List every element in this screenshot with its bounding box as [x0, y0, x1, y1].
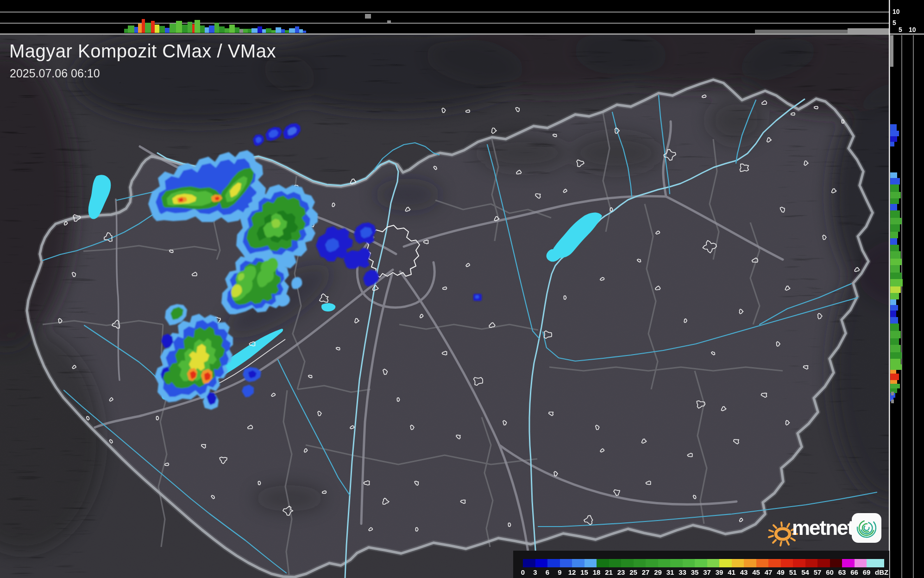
right-echo-cell [890, 279, 903, 286]
top-echo-cell [176, 21, 182, 33]
top-echo-cell [142, 19, 145, 33]
legend-color-segment [768, 559, 781, 567]
legend-tick-label: 45 [752, 568, 760, 576]
map-area [0, 14, 924, 578]
right-echo-cell [890, 218, 902, 224]
dbz-legend: 0369121518212325272931333537394143454749… [513, 551, 889, 578]
right-echo-cell [890, 273, 902, 279]
right-echo-cell [891, 400, 894, 403]
right-axis-tick-5: 5 [899, 26, 902, 33]
right-echo-cell [890, 352, 902, 359]
metnet-wordmark: metnet [792, 516, 853, 540]
legend-tick-label: 60 [826, 568, 834, 576]
top-echo-cell [266, 28, 271, 33]
right-axis-tick-10: 10 [909, 26, 916, 33]
right-echo-cell [890, 224, 900, 232]
right-echo-cell [890, 338, 899, 345]
legend-color-segment [707, 559, 720, 567]
right-strip-divider [889, 0, 890, 578]
legend-color-segment [867, 559, 884, 567]
top-echo-cell [128, 25, 134, 33]
top-echo-cell [289, 28, 295, 33]
top-echo-cell [258, 26, 262, 33]
legend-color-segment [535, 559, 548, 567]
legend-tick-label: 6 [546, 568, 549, 576]
legend-tick-label: 39 [716, 568, 723, 576]
top-profile-strip [0, 0, 924, 35]
legend-tick-label: 41 [728, 568, 735, 576]
legend-color-segment [547, 559, 560, 567]
top-echo-cell [365, 14, 371, 19]
legend-tick-label: 12 [568, 568, 576, 576]
legend-tick-label: 69 [863, 568, 871, 576]
legend-color-segment [609, 559, 622, 567]
right-echo-cell [890, 178, 900, 184]
legend-tick-label: 23 [617, 568, 625, 576]
top-echo-cell [299, 29, 303, 33]
right-echo-cell [891, 392, 894, 395]
right-echo-cell [890, 380, 897, 384]
top-axis-tick-10: 10 [893, 8, 900, 15]
right-echo-cell [890, 210, 900, 218]
top-echo-cell [200, 25, 205, 33]
legend-color-segment [646, 559, 658, 567]
radar-map [0, 0, 924, 578]
top-echo-cell [262, 29, 266, 33]
right-echo-cell [890, 198, 899, 204]
legend-color-segment [560, 559, 572, 567]
top-echo-cell [159, 26, 165, 33]
legend-tick-label: 25 [629, 568, 637, 576]
page-title: Magyar Kompozit CMax / VMax [9, 41, 276, 62]
right-echo-cell [890, 259, 902, 265]
top-echo-cell [134, 27, 138, 33]
legend-color-segment [670, 559, 683, 567]
right-echo-cell [890, 364, 902, 370]
legend-tick-label: 47 [765, 568, 773, 576]
legend-tick-label: 18 [593, 568, 601, 576]
right-profile-strip [890, 35, 924, 578]
top-echo-cell [271, 30, 276, 33]
legend-tick-label: 54 [801, 568, 809, 576]
legend-color-segment [523, 559, 535, 567]
right-echo-cell [890, 345, 901, 352]
legend-color-segment [830, 559, 842, 567]
legend-color-segment [634, 559, 646, 567]
right-terrain-profile [890, 35, 893, 67]
legend-color-bar [513, 559, 889, 567]
legend-tick-label: 43 [740, 568, 748, 576]
legend-color-segment [855, 559, 867, 567]
top-echo-cell [219, 26, 225, 33]
top-echo-cell [155, 25, 159, 33]
terrain-noise [0, 35, 924, 578]
legend-color-segment [695, 559, 707, 567]
top-terrain-profile [755, 30, 848, 33]
top-terrain-profile-high [848, 28, 889, 33]
legend-unit-label: dBZ [875, 568, 888, 576]
legend-color-segment [597, 559, 609, 567]
right-echo-cell [890, 172, 897, 178]
right-echo-cell [890, 136, 897, 142]
top-echo-cell [182, 25, 188, 33]
right-echo-cell [890, 286, 901, 293]
top-echo-cell [239, 29, 243, 33]
top-echo-cell [303, 31, 306, 33]
top-echo-cell [151, 21, 155, 33]
legend-color-segment [817, 559, 830, 567]
top-echo-cell [225, 28, 229, 33]
right-echo-cell [890, 204, 897, 210]
top-echo-cell [192, 24, 195, 33]
radar-composite-screen: Magyar Kompozit CMax / VMax 2025.07.06 0… [0, 0, 924, 578]
legend-tick-label: 31 [666, 568, 674, 576]
right-echo-cell [890, 192, 901, 198]
right-echo-cell [890, 142, 894, 146]
legend-color-segment [793, 559, 805, 567]
metnet-logo: metnet [758, 507, 887, 550]
legend-color-segment [732, 559, 744, 567]
right-echo-cell [890, 232, 898, 238]
map-top-separator [0, 33, 924, 35]
legend-tick-label: 57 [814, 568, 822, 576]
top-echo-cell [387, 20, 391, 23]
timestamp: 2025.07.06 06:10 [10, 67, 100, 80]
top-echo-cell [235, 27, 239, 33]
right-echo-cell [890, 331, 901, 338]
